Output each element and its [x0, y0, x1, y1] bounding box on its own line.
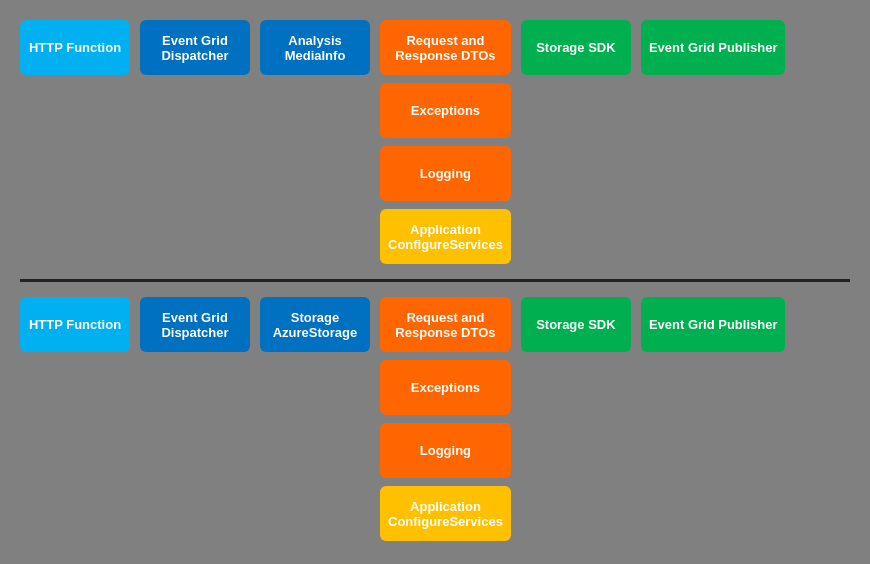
s1-column-group: Request andResponse DTOs Exceptions Logg…	[380, 20, 511, 264]
s2-request-response-dtos[interactable]: Request andResponse DTOs	[380, 297, 511, 352]
s1-app-configure-services[interactable]: ApplicationConfigureServices	[380, 209, 511, 264]
section-1: HTTP Function Event GridDispatcher Analy…	[10, 10, 860, 274]
s2-http-function[interactable]: HTTP Function	[20, 297, 130, 352]
s2-logging[interactable]: Logging	[380, 423, 511, 478]
s1-exceptions[interactable]: Exceptions	[380, 83, 511, 138]
s2-event-grid-dispatcher[interactable]: Event GridDispatcher	[140, 297, 250, 352]
s2-storage-azurestorage[interactable]: StorageAzureStorage	[260, 297, 370, 352]
s1-event-grid-publisher[interactable]: Event Grid Publisher	[641, 20, 786, 75]
s2-storage-sdk[interactable]: Storage SDK	[521, 297, 631, 352]
s1-storage-sdk[interactable]: Storage SDK	[521, 20, 631, 75]
s1-event-grid-dispatcher[interactable]: Event GridDispatcher	[140, 20, 250, 75]
diagram-container: HTTP Function Event GridDispatcher Analy…	[0, 0, 870, 564]
s2-column-group: Request andResponse DTOs Exceptions Logg…	[380, 297, 511, 541]
section-divider	[20, 279, 850, 282]
s2-app-configure-services[interactable]: ApplicationConfigureServices	[380, 486, 511, 541]
s2-exceptions[interactable]: Exceptions	[380, 360, 511, 415]
s1-request-response-dtos[interactable]: Request andResponse DTOs	[380, 20, 511, 75]
s2-event-grid-publisher[interactable]: Event Grid Publisher	[641, 297, 786, 352]
s1-http-function[interactable]: HTTP Function	[20, 20, 130, 75]
s1-logging[interactable]: Logging	[380, 146, 511, 201]
section-2: HTTP Function Event GridDispatcher Stora…	[10, 287, 860, 551]
s1-analysis-mediainfo[interactable]: AnalysisMediaInfo	[260, 20, 370, 75]
